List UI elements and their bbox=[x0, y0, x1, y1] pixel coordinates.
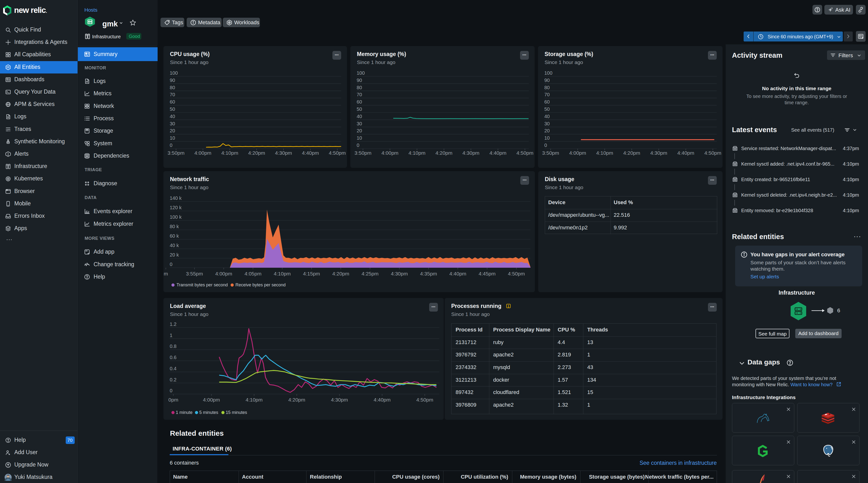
svg-text:4:20pm: 4:20pm bbox=[623, 150, 640, 156]
svg-text:4:20pm: 4:20pm bbox=[288, 397, 305, 402]
svg-text:80 k: 80 k bbox=[170, 224, 179, 229]
svg-text:4:10pm: 4:10pm bbox=[408, 150, 426, 156]
svg-text:60: 60 bbox=[544, 99, 550, 104]
svg-text:m: m bbox=[164, 271, 168, 276]
svg-text:4:30pm: 4:30pm bbox=[275, 150, 292, 156]
svg-text:0: 0 bbox=[170, 388, 173, 393]
svg-text:4:25pm: 4:25pm bbox=[362, 271, 378, 276]
svg-text:10: 10 bbox=[544, 135, 550, 141]
svg-text:4:10pm: 4:10pm bbox=[274, 271, 291, 276]
svg-text:30: 30 bbox=[544, 121, 550, 126]
svg-text:0: 0 bbox=[170, 262, 173, 267]
svg-text:50: 50 bbox=[544, 107, 550, 112]
svg-text:100: 100 bbox=[170, 70, 178, 76]
svg-text:120 k: 120 k bbox=[170, 205, 182, 210]
svg-text:140 k: 140 k bbox=[170, 195, 182, 201]
svg-text:4:10pm: 4:10pm bbox=[246, 397, 262, 402]
svg-text:4:50pm: 4:50pm bbox=[508, 271, 525, 276]
svg-text:4:00pm: 4:00pm bbox=[203, 397, 220, 402]
svg-text:4:30pm: 4:30pm bbox=[391, 271, 408, 276]
svg-text:4:05pm: 4:05pm bbox=[244, 271, 261, 276]
svg-text:4:50pm: 4:50pm bbox=[329, 150, 346, 156]
svg-text:4:40pm: 4:40pm bbox=[374, 397, 391, 402]
svg-text:0.4: 0.4 bbox=[170, 366, 177, 371]
svg-text:30: 30 bbox=[170, 121, 175, 126]
svg-text:100: 100 bbox=[356, 70, 365, 76]
svg-text:4:30pm: 4:30pm bbox=[650, 150, 667, 156]
svg-text:4:10pm: 4:10pm bbox=[221, 150, 238, 156]
svg-text:100: 100 bbox=[544, 70, 552, 76]
svg-text:3:50pm: 3:50pm bbox=[542, 150, 559, 156]
svg-text:20: 20 bbox=[170, 128, 175, 133]
svg-text:90: 90 bbox=[356, 78, 362, 83]
svg-text:4:30pm: 4:30pm bbox=[331, 397, 348, 402]
svg-text:4:15pm: 4:15pm bbox=[303, 271, 320, 276]
svg-text:60: 60 bbox=[356, 99, 362, 104]
svg-text:4:35pm: 4:35pm bbox=[420, 271, 437, 276]
svg-text:1: 1 bbox=[170, 333, 173, 338]
svg-text:80: 80 bbox=[170, 85, 175, 90]
svg-text:40: 40 bbox=[170, 114, 175, 119]
svg-text:4:30pm: 4:30pm bbox=[462, 150, 479, 156]
svg-text:20: 20 bbox=[356, 128, 362, 133]
svg-text:80: 80 bbox=[356, 85, 362, 90]
svg-text:0: 0 bbox=[544, 143, 547, 148]
svg-text:4:40pm: 4:40pm bbox=[449, 271, 466, 276]
svg-text:10: 10 bbox=[356, 135, 362, 141]
svg-text:4:00pm: 4:00pm bbox=[194, 150, 211, 156]
svg-text:90: 90 bbox=[170, 78, 175, 83]
svg-text:4:40pm: 4:40pm bbox=[677, 150, 694, 156]
svg-text:3:55pm: 3:55pm bbox=[186, 271, 203, 276]
svg-text:4:20pm: 4:20pm bbox=[435, 150, 453, 156]
svg-text:4:20pm: 4:20pm bbox=[332, 271, 349, 276]
svg-text:60: 60 bbox=[170, 99, 175, 104]
svg-text:40: 40 bbox=[544, 114, 550, 119]
svg-text:20 k: 20 k bbox=[170, 252, 179, 258]
svg-text:0: 0 bbox=[356, 143, 359, 148]
svg-text:0: 0 bbox=[170, 143, 173, 148]
svg-text:4:40pm: 4:40pm bbox=[490, 150, 506, 156]
svg-text:90: 90 bbox=[544, 78, 550, 83]
svg-text:0.8: 0.8 bbox=[170, 343, 177, 349]
svg-text:4:50pm: 4:50pm bbox=[517, 150, 533, 156]
svg-text:100 k: 100 k bbox=[170, 214, 182, 220]
svg-text:4:50pm: 4:50pm bbox=[416, 397, 433, 402]
svg-text:4:50pm: 4:50pm bbox=[704, 150, 721, 156]
svg-text:40 k: 40 k bbox=[170, 243, 179, 248]
svg-text:4:40pm: 4:40pm bbox=[302, 150, 319, 156]
svg-text:4:20pm: 4:20pm bbox=[248, 150, 265, 156]
svg-text:70: 70 bbox=[170, 92, 175, 97]
svg-text:0.6: 0.6 bbox=[170, 355, 177, 360]
svg-text:50: 50 bbox=[170, 107, 175, 112]
svg-text:80: 80 bbox=[544, 85, 550, 90]
svg-text:30: 30 bbox=[356, 121, 362, 126]
svg-text:40: 40 bbox=[356, 114, 362, 119]
svg-text:4:10pm: 4:10pm bbox=[596, 150, 613, 156]
svg-text:50: 50 bbox=[356, 107, 362, 112]
svg-text:3:50pm: 3:50pm bbox=[354, 150, 371, 156]
svg-text:60 k: 60 k bbox=[170, 233, 179, 239]
svg-text:4:00pm: 4:00pm bbox=[215, 271, 232, 276]
svg-text:0.2: 0.2 bbox=[170, 377, 177, 382]
svg-text:1.2: 1.2 bbox=[170, 322, 177, 327]
svg-text:70: 70 bbox=[356, 92, 362, 97]
svg-text:4:45pm: 4:45pm bbox=[478, 271, 496, 276]
svg-text:4:00pm: 4:00pm bbox=[569, 150, 586, 156]
svg-text:70: 70 bbox=[544, 92, 550, 97]
svg-text:4:00pm: 4:00pm bbox=[381, 150, 398, 156]
svg-text:3:50pm: 3:50pm bbox=[167, 150, 185, 156]
svg-text:20: 20 bbox=[544, 128, 550, 133]
svg-text:10: 10 bbox=[170, 135, 175, 141]
svg-text:0pm: 0pm bbox=[168, 397, 179, 402]
